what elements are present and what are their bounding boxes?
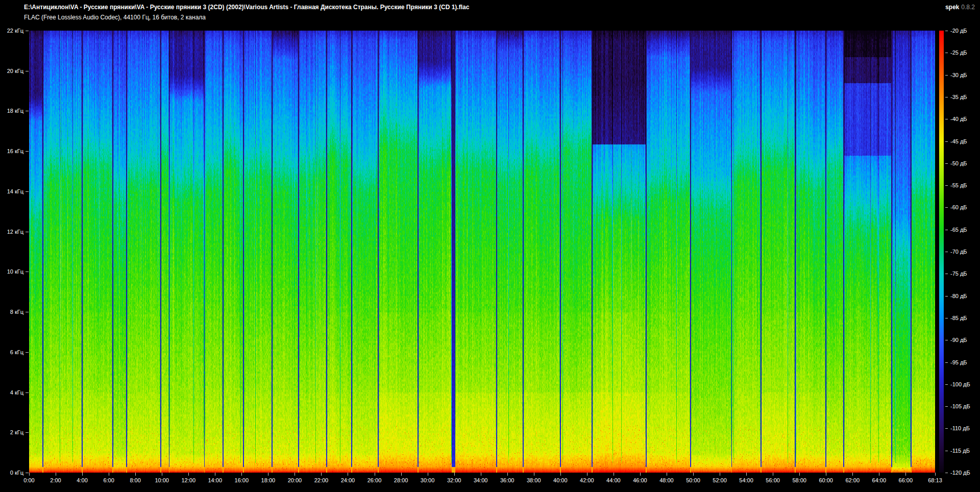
time-axis-tick <box>241 473 242 476</box>
time-axis-tick <box>321 473 322 476</box>
db-legend-label: -100 дБ <box>950 381 970 387</box>
db-legend-label: -70 дБ <box>950 249 967 255</box>
freq-axis-tick <box>26 151 29 152</box>
freq-axis-tick <box>26 473 29 473</box>
freq-axis-label: 4 кГц <box>0 389 23 396</box>
time-axis-label: 6:00 <box>103 477 114 483</box>
time-axis-label: 48:00 <box>659 477 674 483</box>
db-legend-tick <box>945 185 948 186</box>
db-legend-tick <box>945 451 948 451</box>
time-axis-label: 10:00 <box>155 477 169 483</box>
time-axis-tick <box>82 473 83 476</box>
time-axis-label: 20:00 <box>288 477 302 483</box>
time-axis-label: 46:00 <box>633 477 647 483</box>
file-path: E:\Антициклон\VA - Русские пряники\VA - … <box>24 4 469 11</box>
db-legend-label: -20 дБ <box>950 28 967 34</box>
db-legend-tick <box>945 230 948 230</box>
time-axis-tick <box>614 473 614 476</box>
db-legend-label: -25 дБ <box>950 50 967 56</box>
db-legend-tick <box>945 53 948 53</box>
time-axis-label: 66:00 <box>899 477 913 483</box>
time-axis-tick <box>935 473 936 476</box>
time-axis-label: 26:00 <box>368 477 382 483</box>
db-legend-tick <box>945 428 948 429</box>
time-axis-tick <box>879 473 879 476</box>
db-legend-tick <box>945 141 948 142</box>
db-legend-label: -105 дБ <box>950 403 970 409</box>
time-axis-label: 8:00 <box>130 477 140 483</box>
time-axis-label: 58:00 <box>792 477 806 483</box>
db-legend-label: -65 дБ <box>950 227 967 233</box>
time-axis-label: 24:00 <box>341 477 355 483</box>
time-axis-tick <box>667 473 667 476</box>
db-legend-label: -55 дБ <box>950 182 967 188</box>
db-legend-tick <box>945 384 948 385</box>
time-axis-tick <box>560 473 561 476</box>
freq-axis-tick <box>26 432 29 433</box>
time-axis-label: 54:00 <box>739 477 753 483</box>
freq-axis-tick <box>26 232 29 232</box>
app-name: spek <box>945 4 959 11</box>
time-axis-tick <box>188 473 189 476</box>
time-axis-label: 2:00 <box>50 477 61 483</box>
db-legend-tick <box>945 31 948 31</box>
freq-axis-label: 0 кГц <box>0 470 23 476</box>
freq-axis-tick <box>26 191 29 192</box>
time-axis-tick <box>773 473 773 476</box>
freq-axis-label: 10 кГц <box>0 268 23 275</box>
time-axis-label: 34:00 <box>474 477 488 483</box>
time-axis-tick <box>905 473 906 476</box>
time-axis-tick <box>135 473 136 476</box>
db-legend-tick <box>945 75 948 76</box>
time-axis-tick <box>162 473 162 476</box>
format-info: FLAC (Free Lossless Audio Codec), 44100 … <box>24 14 206 21</box>
time-axis-label: 42:00 <box>580 477 594 483</box>
time-axis-label: 62:00 <box>845 477 860 483</box>
db-legend-tick <box>945 362 948 363</box>
freq-axis-label: 8 кГц <box>0 309 23 315</box>
time-axis-label: 64:00 <box>872 477 887 483</box>
freq-axis-tick <box>26 392 29 393</box>
time-axis-label: 4:00 <box>77 477 87 483</box>
db-legend-label: -115 дБ <box>950 448 970 454</box>
time-axis-tick <box>534 473 534 476</box>
time-axis-label: 28:00 <box>394 477 408 483</box>
db-legend-tick <box>945 97 948 97</box>
time-axis-tick <box>348 473 348 476</box>
freq-axis-tick <box>26 111 29 111</box>
freq-axis-label: 2 кГц <box>0 429 23 435</box>
db-legend-label: -60 дБ <box>950 204 967 210</box>
db-legend-label: -30 дБ <box>950 72 967 78</box>
freq-axis-label: 6 кГц <box>0 349 23 355</box>
time-axis-label: 12:00 <box>181 477 195 483</box>
time-axis-label: 52:00 <box>713 477 727 483</box>
time-axis-tick <box>29 473 30 476</box>
time-axis-tick <box>56 473 56 476</box>
time-axis-tick <box>454 473 455 476</box>
freq-axis-tick <box>26 352 29 353</box>
time-axis-tick <box>852 473 853 476</box>
db-legend-label: -35 дБ <box>950 94 967 100</box>
time-axis-tick <box>375 473 375 476</box>
time-axis-label: 68:13 <box>928 477 942 483</box>
time-axis-label: 32:00 <box>447 477 461 483</box>
time-axis-tick <box>295 473 295 476</box>
db-legend-tick <box>945 473 948 473</box>
db-legend-label: -95 дБ <box>950 359 967 365</box>
time-axis-tick <box>215 473 215 476</box>
spectrogram-canvas <box>29 31 935 473</box>
db-legend-label: -120 дБ <box>950 470 970 476</box>
freq-axis-label: 14 кГц <box>0 188 23 194</box>
time-axis-tick <box>587 473 587 476</box>
time-axis-label: 14:00 <box>208 477 223 483</box>
time-axis-tick <box>746 473 747 476</box>
time-axis-tick <box>826 473 826 476</box>
freq-axis-tick <box>26 71 29 71</box>
freq-axis-label: 12 кГц <box>0 229 23 235</box>
time-axis-label: 44:00 <box>606 477 621 483</box>
time-axis-tick <box>109 473 109 476</box>
time-axis-tick <box>799 473 800 476</box>
time-axis-label: 18:00 <box>261 477 276 483</box>
db-legend-label: -85 дБ <box>950 315 967 321</box>
db-legend-tick <box>945 252 948 252</box>
